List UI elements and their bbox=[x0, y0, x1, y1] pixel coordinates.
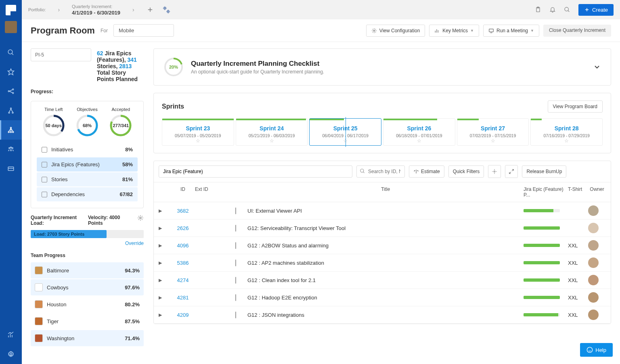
expand-icon[interactable]: ▶ bbox=[159, 226, 171, 231]
epic-id-link[interactable]: 4209 bbox=[171, 312, 195, 318]
checklist-title: Quarterly Increment Planning Checklist bbox=[191, 60, 324, 68]
nav-program-icon[interactable] bbox=[0, 120, 22, 140]
nav-settings-icon[interactable] bbox=[0, 345, 22, 364]
nav-network-icon[interactable] bbox=[0, 82, 22, 101]
help-button[interactable]: Help bbox=[580, 343, 613, 357]
svg-point-31 bbox=[164, 8, 165, 9]
user-avatar[interactable] bbox=[5, 21, 17, 33]
search-icon bbox=[360, 168, 365, 174]
type-row[interactable]: Initiatives8% bbox=[37, 142, 138, 157]
team-row[interactable]: Washington71.4% bbox=[31, 330, 144, 346]
document-icon bbox=[235, 312, 236, 318]
estimate-button[interactable]: Estimate bbox=[409, 165, 444, 178]
progress-bar bbox=[524, 226, 560, 230]
run-meeting-button[interactable]: Run a Meeting▼ bbox=[483, 25, 539, 37]
plus-icon[interactable] bbox=[147, 6, 154, 13]
sprint-card[interactable]: Sprint 2606/18/2019 - 07/01/2019☆ bbox=[383, 118, 455, 146]
nav-people-icon[interactable] bbox=[0, 140, 22, 159]
gears-icon[interactable] bbox=[162, 5, 171, 14]
progress-bar bbox=[524, 244, 560, 247]
star-icon[interactable]: ☆ bbox=[491, 138, 495, 144]
portfolio-dropdown[interactable]: Mobile bbox=[113, 24, 174, 37]
expand-icon[interactable]: ▶ bbox=[159, 312, 171, 318]
epic-id-link[interactable]: 3682 bbox=[171, 208, 195, 214]
expand-icon[interactable]: ▶ bbox=[159, 278, 171, 283]
svg-point-32 bbox=[168, 11, 169, 13]
sprints-card: Sprints View Program Board Sprint 2305/0… bbox=[153, 93, 611, 153]
nav-search-icon[interactable] bbox=[0, 43, 22, 62]
team-row[interactable]: Houston80.2% bbox=[31, 296, 144, 312]
svg-line-12 bbox=[11, 109, 13, 112]
chevron-right-icon[interactable]: › bbox=[128, 6, 138, 13]
clipboard-icon[interactable] bbox=[535, 6, 541, 13]
owner-avatar[interactable] bbox=[588, 275, 599, 285]
bell-icon[interactable] bbox=[549, 6, 556, 13]
sprint-card[interactable]: Sprint 2707/02/2019 - 07/15/2019☆ bbox=[457, 118, 529, 146]
expand-icon[interactable] bbox=[505, 165, 518, 178]
nav-tree-icon[interactable] bbox=[0, 101, 22, 120]
owner-avatar[interactable] bbox=[588, 310, 599, 320]
svg-line-7 bbox=[9, 91, 13, 93]
epic-id-link[interactable]: 5386 bbox=[171, 260, 195, 266]
table-row: ▶ 3682 UI: External Viewer API bbox=[154, 202, 611, 220]
svg-line-55 bbox=[363, 172, 364, 173]
team-row[interactable]: Baltimore94.3% bbox=[31, 262, 144, 278]
view-config-button[interactable]: View Configuration bbox=[366, 25, 425, 37]
svg-point-22 bbox=[12, 148, 13, 149]
team-row[interactable]: Cowboys97.6% bbox=[31, 279, 144, 295]
svg-line-57 bbox=[512, 169, 514, 171]
svg-line-11 bbox=[9, 109, 11, 112]
gear-icon[interactable] bbox=[137, 215, 144, 221]
star-icon[interactable]: ☆ bbox=[417, 138, 421, 144]
owner-avatar[interactable] bbox=[588, 292, 599, 303]
table-settings-icon[interactable] bbox=[488, 165, 501, 178]
star-icon[interactable]: ☆ bbox=[270, 138, 274, 144]
search-icon[interactable] bbox=[564, 6, 570, 13]
create-button[interactable]: Create bbox=[578, 4, 614, 16]
type-row[interactable]: Dependencies67/82 bbox=[37, 187, 138, 201]
topbar: Portfolio: › Quarterly Increment: 4/1/20… bbox=[22, 0, 620, 19]
epic-id-link[interactable]: 4281 bbox=[171, 295, 195, 301]
feature-filter-input[interactable] bbox=[159, 165, 352, 178]
epic-id-link[interactable]: 4096 bbox=[171, 243, 195, 249]
app-logo[interactable] bbox=[6, 5, 16, 15]
sprint-card[interactable]: Sprint 2405/21/2019 - 06/03/2019☆ bbox=[236, 118, 308, 146]
owner-avatar[interactable] bbox=[588, 223, 599, 233]
star-icon[interactable]: ☆ bbox=[564, 138, 569, 144]
sprint-card[interactable]: Sprint 2506/04/2019 - 06/17/2019☆ bbox=[309, 118, 381, 146]
expand-icon[interactable]: ▶ bbox=[159, 208, 171, 213]
type-row[interactable]: Jira Epics (Features)58% bbox=[37, 157, 138, 172]
close-qi-button[interactable]: Close Quarterly Increment bbox=[543, 25, 611, 37]
sprint-card[interactable]: Sprint 2807/16/2019 - 07/29/2019☆ bbox=[530, 118, 603, 146]
nav-analytics-icon[interactable] bbox=[0, 325, 22, 345]
chevron-down-icon[interactable] bbox=[593, 63, 601, 71]
key-metrics-button[interactable]: Key Metrics▼ bbox=[429, 25, 479, 37]
ring-time-left: Time Left 50 days bbox=[42, 107, 65, 137]
view-board-button[interactable]: View Program Board bbox=[548, 100, 603, 113]
override-link[interactable]: Override bbox=[31, 241, 144, 246]
nav-card-icon[interactable] bbox=[0, 159, 22, 178]
pi-input[interactable] bbox=[31, 48, 91, 61]
quick-filters-button[interactable]: Quick Filters bbox=[448, 165, 484, 178]
star-icon[interactable]: ☆ bbox=[343, 138, 348, 144]
expand-icon[interactable]: ▶ bbox=[159, 260, 171, 266]
epic-id-link[interactable]: 4274 bbox=[171, 277, 195, 283]
epic-id-link[interactable]: 2626 bbox=[171, 225, 195, 231]
release-burnup-button[interactable]: Release BurnUp bbox=[522, 165, 566, 178]
qi-selector[interactable]: Quarterly Increment: 4/1/2019 - 6/30/201… bbox=[72, 4, 120, 16]
expand-icon[interactable]: ▶ bbox=[159, 295, 171, 300]
progress-bar bbox=[524, 296, 560, 299]
team-row[interactable]: Tiger87.5% bbox=[31, 313, 144, 329]
chevron-right-icon[interactable]: › bbox=[54, 6, 64, 13]
nav-star-icon[interactable] bbox=[0, 62, 22, 82]
owner-avatar[interactable] bbox=[588, 205, 599, 216]
star-icon[interactable]: ☆ bbox=[196, 138, 200, 144]
sprint-card[interactable]: Sprint 2305/07/2019 - 05/20/2019☆ bbox=[162, 118, 234, 146]
portfolio-selector[interactable]: Portfolio: bbox=[28, 7, 46, 12]
owner-avatar[interactable] bbox=[588, 257, 599, 268]
expand-icon[interactable]: ▶ bbox=[159, 243, 171, 248]
type-row[interactable]: Stories81% bbox=[37, 172, 138, 186]
owner-avatar[interactable] bbox=[588, 240, 599, 251]
document-icon bbox=[235, 259, 236, 266]
checklist-card[interactable]: 20% Quarterly Increment Planning Checkli… bbox=[153, 48, 611, 86]
